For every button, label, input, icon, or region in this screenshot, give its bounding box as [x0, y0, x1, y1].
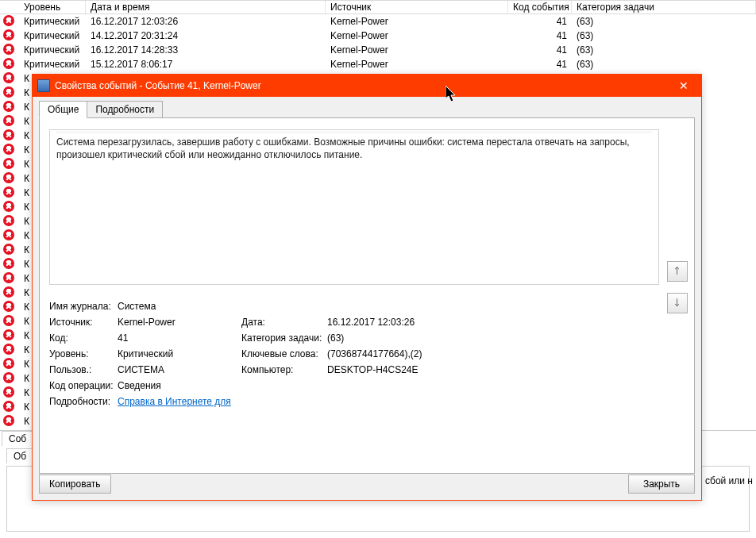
- event-message-box[interactable]: Система перезагрузилась, завершив работу…: [49, 129, 659, 285]
- close-button[interactable]: Закрыть: [628, 475, 695, 494]
- error-icon: [3, 29, 14, 40]
- col-level-header[interactable]: Уровень: [19, 1, 86, 13]
- keywords-value: (70368744177664),(2): [327, 348, 659, 359]
- computer-value: DESKTOP-H4CS24E: [327, 364, 659, 375]
- error-icon: [3, 15, 14, 26]
- tabs-area: Общие Подробности: [33, 97, 701, 117]
- log-label: Имя журнала:: [49, 301, 118, 312]
- preview-tab-general[interactable]: Об: [6, 448, 33, 463]
- col-source-header[interactable]: Источник: [326, 1, 508, 13]
- cell-date: 15.12.2017 8:06:17: [86, 59, 326, 70]
- cell-eventid: 41: [508, 59, 572, 70]
- close-icon[interactable]: ✕: [665, 75, 701, 97]
- cell-category: (63): [572, 59, 756, 70]
- error-icon: [3, 329, 14, 340]
- code-label: Код:: [49, 332, 118, 344]
- next-event-button[interactable]: 🡓: [667, 293, 688, 313]
- error-icon: [3, 72, 14, 83]
- error-icon: [3, 115, 14, 126]
- error-icon: [3, 244, 14, 255]
- cell-category: (63): [572, 16, 756, 27]
- col-eventid-header[interactable]: Код события: [508, 1, 572, 13]
- error-icon: [3, 129, 14, 140]
- error-icon: [3, 215, 14, 226]
- error-icon: [3, 186, 14, 198]
- table-row[interactable]: Критический16.12.2017 14:28:33Kernel-Pow…: [0, 43, 756, 57]
- error-icon: [3, 86, 14, 98]
- error-icon: [3, 358, 14, 369]
- cell-source: Kernel-Power: [326, 59, 508, 70]
- date-label: Дата:: [241, 317, 327, 328]
- cell-source: Kernel-Power: [326, 16, 508, 27]
- level-value: Критический: [118, 348, 241, 359]
- date-value: 16.12.2017 12:03:26: [327, 317, 659, 328]
- preview-text-fragment: й сбой или н: [697, 475, 753, 486]
- user-value: СИСТЕМА: [118, 364, 241, 375]
- error-icon: [3, 172, 14, 183]
- copy-button[interactable]: Копировать: [39, 475, 111, 494]
- source-label: Источник:: [49, 317, 118, 328]
- source-value: Kernel-Power: [118, 317, 241, 328]
- cell-level: Критический: [19, 16, 86, 27]
- error-icon: [3, 315, 14, 326]
- table-row[interactable]: Критический15.12.2017 8:06:17Kernel-Powe…: [0, 57, 756, 71]
- col-date-header[interactable]: Дата и время: [86, 1, 326, 13]
- code-value: 41: [118, 332, 241, 344]
- event-viewer-icon: [37, 79, 50, 92]
- event-details: Имя журнала: Система Источник: Kernel-Po…: [49, 301, 659, 407]
- cell-eventid: 41: [508, 44, 572, 56]
- error-icon: [3, 201, 14, 212]
- arrow-up-icon: 🡑: [673, 266, 682, 277]
- cell-eventid: 41: [508, 30, 572, 41]
- category-value: (63): [327, 332, 659, 344]
- tab-content-general: Система перезагрузилась, завершив работу…: [39, 117, 695, 474]
- error-icon: [3, 158, 14, 169]
- event-message: Система перезагрузилась, завершив работу…: [56, 136, 630, 160]
- error-icon: [3, 286, 14, 298]
- online-help-link[interactable]: Справка в Интернете для: [118, 396, 231, 407]
- col-category-header[interactable]: Категория задачи: [572, 1, 756, 13]
- table-row[interactable]: Критический14.12.2017 20:31:24Kernel-Pow…: [0, 29, 756, 43]
- cell-source: Kernel-Power: [326, 30, 508, 41]
- arrow-down-icon: 🡓: [673, 298, 682, 309]
- table-row[interactable]: Критический16.12.2017 12:03:26Kernel-Pow…: [0, 14, 756, 29]
- error-icon: [3, 344, 14, 355]
- opcode-value: Сведения: [118, 380, 659, 391]
- cell-date: 16.12.2017 14:28:33: [86, 44, 326, 56]
- cell-date: 14.12.2017 20:31:24: [86, 30, 326, 41]
- cell-level: Критический: [19, 44, 86, 56]
- dialog-titlebar[interactable]: Свойства событий - Событие 41, Kernel-Po…: [33, 75, 701, 97]
- log-value: Система: [118, 301, 659, 312]
- cell-level: Критический: [19, 59, 86, 70]
- cell-source: Kernel-Power: [326, 44, 508, 56]
- moreinfo-label: Подробности:: [49, 396, 118, 407]
- dialog-title: Свойства событий - Событие 41, Kernel-Po…: [55, 80, 665, 91]
- opcode-label: Код операции:: [49, 380, 118, 391]
- error-icon: [3, 229, 14, 240]
- level-label: Уровень:: [49, 348, 118, 359]
- error-icon: [3, 44, 14, 55]
- error-icon: [3, 401, 14, 412]
- error-icon: [3, 272, 14, 283]
- error-icon: [3, 386, 14, 398]
- error-icon: [3, 101, 14, 112]
- preview-tab-event[interactable]: Соб: [2, 431, 33, 446]
- error-icon: [3, 372, 14, 383]
- tab-details[interactable]: Подробности: [87, 101, 163, 118]
- tab-general[interactable]: Общие: [39, 101, 87, 118]
- table-header: Уровень Дата и время Источник Код событи…: [0, 0, 756, 14]
- cell-level: Критический: [19, 30, 86, 41]
- cell-category: (63): [572, 44, 756, 56]
- error-icon: [3, 301, 14, 312]
- event-properties-dialog: Свойства событий - Событие 41, Kernel-Po…: [32, 74, 702, 501]
- user-label: Пользов.:: [49, 364, 118, 375]
- category-label: Категория задачи:: [241, 332, 327, 344]
- computer-label: Компьютер:: [241, 364, 327, 375]
- error-icon: [3, 58, 14, 69]
- error-icon: [3, 144, 14, 155]
- keywords-label: Ключевые слова:: [241, 348, 327, 359]
- cell-eventid: 41: [508, 16, 572, 27]
- cell-category: (63): [572, 30, 756, 41]
- error-icon: [3, 415, 14, 426]
- prev-event-button[interactable]: 🡑: [667, 261, 688, 282]
